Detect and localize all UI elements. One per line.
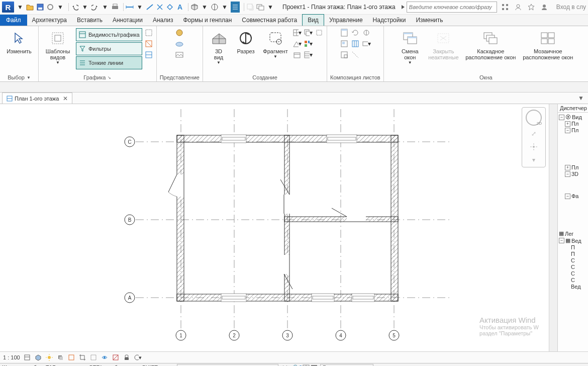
view-tab-close[interactable]: ✕ <box>61 95 68 102</box>
tab-annotations[interactable]: Аннотации <box>108 15 148 26</box>
constraints-icon[interactable] <box>123 353 131 361</box>
sun-path-icon[interactable] <box>45 353 53 361</box>
render-icon[interactable] <box>175 28 184 37</box>
measure-icon[interactable] <box>126 2 134 12</box>
detail-level-icon[interactable] <box>23 353 31 361</box>
thinlines-qat-icon[interactable] <box>231 2 240 13</box>
tab-addins[interactable]: Надстройки <box>368 15 411 26</box>
cascade-button[interactable]: Каскадное расположение окон <box>463 28 518 60</box>
save-icon[interactable] <box>36 2 44 12</box>
default3d-icon[interactable] <box>190 2 199 12</box>
nav-wheel[interactable]: 2D ⤢ ▾ <box>522 107 546 167</box>
project-browser[interactable]: Диспетчер −⦿Вид +Пл −Пл +Пл −3D −Фа ▦Лег… <box>557 104 588 351</box>
view-tab[interactable]: План 1-ого этажа ✕ <box>2 93 72 104</box>
status-model-icon[interactable] <box>310 364 318 366</box>
render-cloud-icon[interactable] <box>175 39 184 48</box>
filters-button[interactable]: Фильтры <box>76 42 142 55</box>
open-icon[interactable] <box>26 2 34 12</box>
tab-view[interactable]: Вид <box>302 14 324 26</box>
section-qat-icon[interactable] <box>211 2 219 12</box>
apps-icon[interactable] <box>501 2 509 12</box>
show-hidden-icon[interactable] <box>144 28 153 37</box>
favorite-icon[interactable] <box>527 2 535 12</box>
print-icon[interactable] <box>111 2 119 12</box>
tree-item[interactable]: С <box>571 264 587 270</box>
tab-architecture[interactable]: Архитектура <box>27 15 72 26</box>
matchline-icon[interactable] <box>351 50 360 59</box>
viewport-icon[interactable]: ▾ <box>362 39 371 48</box>
tree-item[interactable]: −Фа <box>565 193 587 199</box>
signin-text[interactable]: Вход в слу <box>556 4 586 11</box>
crop-show-icon[interactable] <box>89 353 97 361</box>
draft-view-icon[interactable] <box>292 50 302 59</box>
guide-grid-icon[interactable] <box>351 39 360 48</box>
status-selection-box[interactable] <box>177 364 278 366</box>
switch-windows-button[interactable]: Смена окон ▼ <box>396 28 424 65</box>
undo-icon[interactable] <box>71 2 79 12</box>
revision-icon[interactable] <box>351 28 360 37</box>
tab-analyze[interactable]: Анализ <box>148 15 178 26</box>
tree-item[interactable]: ▦Лег <box>559 230 587 237</box>
tree-item[interactable]: −3D <box>565 171 587 177</box>
tab-manage[interactable]: Управление <box>324 15 368 26</box>
tree-item[interactable]: +Пл <box>565 121 587 127</box>
tab-file[interactable]: Файл <box>0 15 27 26</box>
search-box[interactable] <box>402 2 497 13</box>
tree-item[interactable]: С <box>571 257 587 263</box>
tab-massing[interactable]: Формы и генплан <box>178 15 237 26</box>
undo-dropdown-icon[interactable]: ▼ <box>81 2 89 12</box>
scale-label[interactable]: 1 : 100 <box>3 354 20 360</box>
tab-collaborate[interactable]: Совместная работа <box>237 15 302 26</box>
crop-icon[interactable] <box>78 353 86 361</box>
tree-item[interactable]: −Пл <box>565 127 587 133</box>
tree-item[interactable]: −⦿Вид <box>559 114 587 120</box>
status-split-icon[interactable] <box>302 364 310 366</box>
worksets-icon[interactable]: ▾ <box>134 353 142 361</box>
view-ref-icon[interactable] <box>362 28 371 37</box>
section-button[interactable]: Разрез <box>233 28 258 54</box>
sync-dropdown-icon[interactable]: ▼ <box>56 2 64 12</box>
tree-item[interactable]: +Пл <box>565 164 587 170</box>
nav-pan-icon[interactable] <box>529 142 539 152</box>
redo-icon[interactable] <box>91 2 99 12</box>
measure-dropdown-icon[interactable]: ▼ <box>136 2 144 12</box>
tree-item[interactable]: С <box>571 270 587 277</box>
thin-lines-button[interactable]: Тонкие линии <box>76 56 142 69</box>
spot-icon[interactable] <box>156 2 164 12</box>
tree-item[interactable]: П <box>571 244 587 250</box>
dup-view-icon[interactable]: ▾ <box>304 28 313 37</box>
render-vcb-icon[interactable] <box>67 353 75 361</box>
search-input[interactable] <box>407 2 497 13</box>
cut-profile-icon[interactable] <box>144 50 153 59</box>
signin-icon[interactable] <box>514 2 522 12</box>
title-block-icon[interactable] <box>340 50 349 59</box>
tree-item[interactable]: Вед <box>571 284 587 290</box>
text-icon[interactable]: A <box>176 2 184 12</box>
status-extend-icon[interactable]: ⇲ <box>280 364 288 366</box>
visibility-graphics-button[interactable]: Видимость/графика <box>76 28 142 41</box>
render-gallery-icon[interactable] <box>175 50 184 59</box>
default3d-dropdown-icon[interactable]: ▼ <box>201 2 209 12</box>
view-templates-button[interactable]: Шаблоны видов ▼ <box>42 28 74 65</box>
shadows-icon[interactable] <box>56 353 64 361</box>
tree-item[interactable]: −▦Вед <box>559 237 587 244</box>
drawing-canvas[interactable]: 1 2 3 4 5 C B A <box>0 104 549 351</box>
nav-zoom-icon[interactable]: ⤢ <box>529 129 539 139</box>
status-workset-box[interactable]: Главная модель <box>320 364 373 366</box>
3d-view-button[interactable]: 3D вид ▼ <box>206 28 231 65</box>
nav-collapse-icon[interactable]: ▾ <box>529 155 539 165</box>
scope-box-icon[interactable] <box>315 28 324 37</box>
align-dim-icon[interactable] <box>146 2 154 12</box>
tree-item[interactable]: С <box>571 277 587 283</box>
qat-dropdown-icon[interactable]: ▼ <box>16 2 24 12</box>
remove-hidden-icon[interactable] <box>144 39 153 48</box>
tree-item[interactable]: П <box>571 251 587 257</box>
tag-icon[interactable] <box>166 2 174 12</box>
legend-icon[interactable]: ▾ <box>304 39 313 48</box>
switch-win-qat-icon[interactable] <box>256 2 264 12</box>
revit-logo[interactable]: R <box>2 2 14 12</box>
tab-modify[interactable]: Изменить <box>411 15 448 26</box>
hide-icon[interactable] <box>101 353 109 361</box>
user-icon[interactable] <box>540 2 548 12</box>
sync-icon[interactable] <box>46 2 54 12</box>
